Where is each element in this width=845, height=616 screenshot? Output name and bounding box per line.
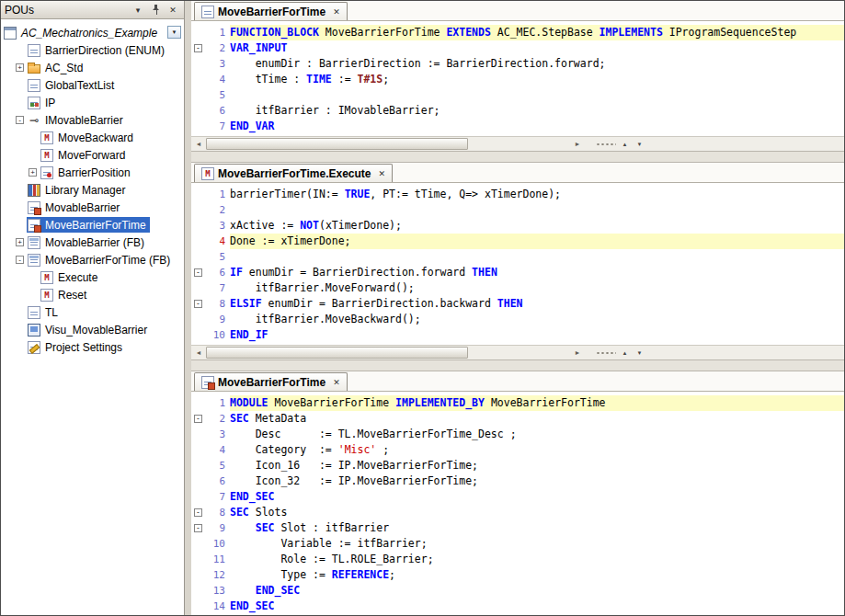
code-area[interactable]: 1barrierTimer(IN:= TRUE, PT:= tTime, Q=>… [191, 183, 844, 345]
horizontal-scrollbar[interactable]: ◄ ► ▲ ▼ [191, 345, 844, 359]
tree-item-ac-mechatronics-example[interactable]: AC_Mechatronics_Example▼ [1, 24, 184, 41]
tree-item-movebarrierfortime[interactable]: MoveBarrierForTime [1, 216, 184, 234]
scrollbar-track[interactable] [206, 137, 570, 151]
code-line-6[interactable]: 6 Icon_32 := IP.MoveBarrierForTime; [191, 473, 844, 489]
pin-panel-button[interactable] [148, 4, 163, 17]
code-line-10[interactable]: 10 Variable := itfBarrier; [191, 536, 844, 552]
tree-item-imovablebarrier[interactable]: -⊸IMovableBarrier [1, 111, 184, 129]
code-line-5[interactable]: 5 [191, 249, 844, 265]
split-up-button[interactable]: ▲ [619, 347, 631, 359]
code-line-8[interactable]: -8ELSIF enumDir = BarrierDirection.backw… [191, 296, 844, 312]
tree-item-movablebarrier-fb[interactable]: +MovableBarrier (FB) [1, 234, 184, 251]
code-line-6[interactable]: 6 itfBarrier : IMovableBarrier; [191, 103, 844, 119]
code-line-3[interactable]: 3 enumDir : BarrierDirection := BarrierD… [191, 56, 844, 72]
code-line-4[interactable]: 4Done := xTimerDone; [191, 234, 844, 249]
scroll-left-button[interactable]: ◄ [191, 137, 206, 151]
code-line-2[interactable]: 2 [191, 202, 844, 218]
panel-splitter[interactable] [185, 1, 191, 615]
line-number: 3 [205, 56, 230, 72]
tree-item-globaltextlist[interactable]: GlobalTextList [1, 76, 184, 94]
code-area[interactable]: 1FUNCTION_BLOCK MoveBarrierForTime EXTEN… [191, 21, 844, 136]
code-line-8[interactable]: -8SEC Slots [191, 505, 844, 520]
code-line-7[interactable]: 7 itfBarrier.MoveForward(); [191, 280, 844, 296]
tab-close-icon[interactable]: ✕ [333, 7, 340, 17]
scrollbar-thumb[interactable] [206, 138, 468, 150]
code-line-9[interactable]: -9 SEC Slot : itfBarrier [191, 520, 844, 536]
root-dropdown-button[interactable]: ▼ [167, 26, 181, 39]
line-number: 6 [205, 103, 230, 119]
expand-plus-icon[interactable]: + [16, 63, 24, 72]
code-line-4[interactable]: 4 Category := 'Misc' ; [191, 442, 844, 458]
code-line-7[interactable]: 7END_SEC [191, 489, 844, 505]
code-line-1[interactable]: 1FUNCTION_BLOCK MoveBarrierForTime EXTEN… [191, 25, 844, 40]
split-up-button[interactable]: ▲ [619, 138, 631, 150]
expand-plus-icon[interactable]: + [16, 238, 24, 246]
tab-movebarrierfortime-execute[interactable]: M MoveBarrierForTime.Execute ✕ [194, 164, 393, 182]
code-line-9[interactable]: 9 itfBarrier.MoveBackward(); [191, 312, 844, 327]
split-down-button[interactable]: ▼ [634, 347, 645, 359]
window-menu-button[interactable]: ▾ [131, 4, 145, 17]
fold-column [191, 583, 205, 599]
tree-item-project-settings[interactable]: Project Settings [1, 338, 184, 356]
tab-movebarrierfortime[interactable]: MoveBarrierForTime ✕ [194, 2, 348, 20]
tree-item-movebarrierfortime-fb[interactable]: -MoveBarrierForTime (FB) [1, 251, 184, 268]
scroll-right-button[interactable]: ► [570, 346, 585, 359]
tree-item-movablebarrier[interactable]: MovableBarrier [1, 199, 184, 216]
code-line-3[interactable]: 3xActive := NOT(xTimerDone); [191, 218, 844, 234]
code-line-13[interactable]: 13 END_SEC [191, 583, 844, 599]
tree-item-moveforward[interactable]: MMoveForward [1, 146, 184, 164]
line-number: 4 [205, 234, 230, 249]
code-line-5[interactable]: 5 Icon_16 := IP.MoveBarrierForTime; [191, 458, 844, 473]
module-icon [201, 376, 214, 389]
code-line-14[interactable]: 14END_SEC [191, 599, 844, 614]
code-line-6[interactable]: -6IF enumDir = BarrierDirection.forward … [191, 265, 844, 280]
code-line-5[interactable]: 5 [191, 87, 844, 103]
code-line-2[interactable]: -2VAR_INPUT [191, 40, 844, 56]
editor-area: MoveBarrierForTime ✕ 1FUNCTION_BLOCK Mov… [191, 1, 844, 615]
scroll-right-button[interactable]: ► [570, 137, 585, 151]
tree-item-ac-std[interactable]: +AC_Std [1, 59, 184, 76]
tree-item-tl[interactable]: TL [1, 303, 184, 321]
tree-item-barrierposition[interactable]: +BarrierPosition [1, 164, 184, 181]
collapse-minus-icon[interactable]: - [16, 116, 24, 124]
tree-item-execute[interactable]: MExecute [1, 268, 184, 286]
fold-collapse-icon[interactable]: - [194, 268, 202, 277]
scrollbar-track[interactable] [206, 346, 570, 359]
fold-collapse-icon[interactable]: - [194, 415, 202, 423]
code-line-4[interactable]: 4 tTime : TIME := T#1S; [191, 72, 844, 87]
split-down-button[interactable]: ▼ [634, 138, 645, 150]
tree-item-barrierdirection-enum[interactable]: BarrierDirection (ENUM) [1, 41, 184, 59]
tab-close-icon[interactable]: ✕ [333, 378, 340, 387]
fold-collapse-icon[interactable]: - [194, 300, 202, 308]
code-line-2[interactable]: -2SEC MetaData [191, 411, 844, 427]
line-number: 7 [205, 280, 230, 296]
tree-item-movebackward[interactable]: MMoveBackward [1, 129, 184, 146]
splitter-grip[interactable] [596, 143, 616, 146]
splitter-grip[interactable] [596, 351, 616, 355]
tree-item-ip[interactable]: IP [1, 94, 184, 111]
close-panel-button[interactable]: ✕ [166, 4, 180, 17]
fold-collapse-icon[interactable]: - [194, 508, 202, 517]
code-line-3[interactable]: 3 Desc := TL.MoveBarrierForTime_Desc ; [191, 427, 844, 442]
tree-item-reset[interactable]: MReset [1, 286, 184, 303]
fold-collapse-icon[interactable]: - [194, 524, 202, 532]
pane-splitter[interactable] [191, 359, 844, 371]
code-line-1[interactable]: 1MODULE MoveBarrierForTime IMPLEMENTED_B… [191, 395, 844, 411]
collapse-minus-icon[interactable]: - [16, 256, 24, 264]
scrollbar-thumb[interactable] [206, 347, 468, 359]
code-line-1[interactable]: 1barrierTimer(IN:= TRUE, PT:= tTime, Q=>… [191, 187, 844, 202]
tab-close-icon[interactable]: ✕ [379, 169, 386, 178]
code-area[interactable]: 1MODULE MoveBarrierForTime IMPLEMENTED_B… [191, 392, 844, 615]
expand-plus-icon[interactable]: + [29, 168, 37, 177]
scroll-left-button[interactable]: ◄ [191, 346, 206, 359]
tab-movebarrierfortime[interactable]: MoveBarrierForTime ✕ [194, 372, 348, 391]
pane-splitter[interactable] [191, 151, 844, 163]
tree-item-library-manager[interactable]: Library Manager [1, 181, 184, 199]
code-line-12[interactable]: 12 Type := REFERENCE; [191, 567, 844, 583]
horizontal-scrollbar[interactable]: ◄ ► ▲ ▼ [191, 136, 844, 151]
tree-item-visu-movablebarrier[interactable]: Visu_MovableBarrier [1, 321, 184, 338]
code-line-10[interactable]: 10END_IF [191, 327, 844, 343]
fold-collapse-icon[interactable]: - [194, 44, 202, 52]
code-line-7[interactable]: 7END_VAR [191, 119, 844, 134]
code-line-11[interactable]: 11 Role := TL.ROLE_Barrier; [191, 552, 844, 567]
